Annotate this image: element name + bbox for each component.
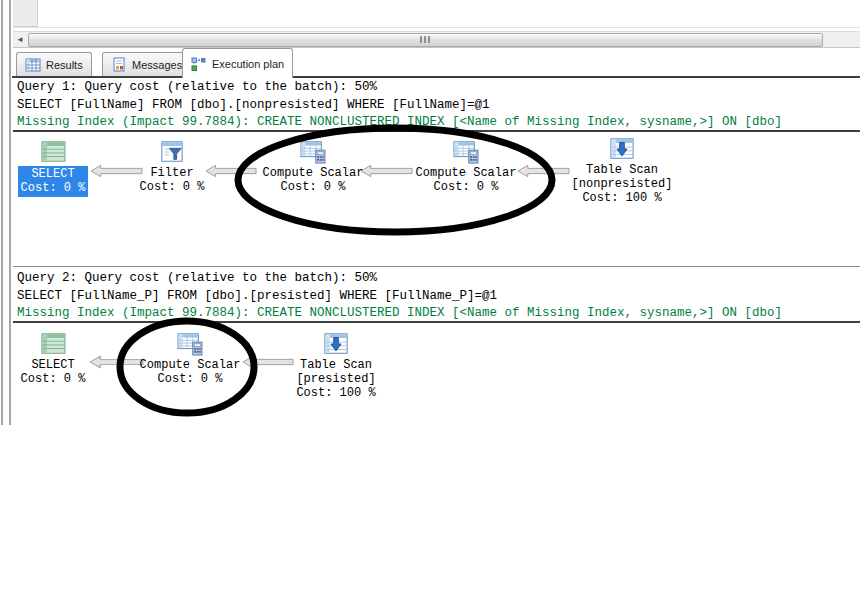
- results-grid-corner: [13, 0, 38, 27]
- operator-name: Table Scan: [261, 358, 411, 372]
- operator-object: [nonpresisted]: [547, 177, 697, 191]
- query1-header: Query 1: Query cost (relative to the bat…: [17, 80, 377, 94]
- results-grid-icon: [25, 57, 41, 73]
- query1-sql: SELECT [FullName] FROM [dbo].[nonpresist…: [17, 98, 490, 112]
- operator-cost: Cost: 0 %: [18, 181, 88, 195]
- results-grid-edge: [13, 27, 860, 28]
- tab-execution-plan[interactable]: Execution plan: [182, 48, 293, 78]
- scrollbar-bottom-edge: [13, 47, 860, 48]
- messages-icon: [111, 57, 127, 73]
- query2-sql: SELECT [FullName_P] FROM [dbo].[presiste…: [17, 289, 497, 303]
- compute-scalar-icon: [451, 140, 481, 164]
- operator-cost: Cost: 0 %: [0, 372, 128, 386]
- scrollbar-grip-icon: [428, 36, 430, 43]
- select-result-icon: [38, 332, 68, 356]
- operator-cost: Cost: 0 %: [238, 180, 388, 194]
- section-separator: [13, 321, 860, 323]
- operator-cost: Cost: 100 %: [547, 191, 697, 205]
- execution-plan-icon: [191, 56, 207, 72]
- horizontal-scrollbar-thumb[interactable]: [28, 33, 823, 47]
- plan1-node-table-scan[interactable]: Table Scan [nonpresisted] Cost: 100 %: [547, 137, 697, 205]
- operator-cost: Cost: 100 %: [261, 386, 411, 400]
- tab-messages[interactable]: Messages: [102, 52, 191, 77]
- operator-cost: Cost: 0 %: [391, 180, 541, 194]
- selected-node-label: SELECT Cost: 0 %: [18, 166, 88, 197]
- compute-scalar-icon: [298, 140, 328, 164]
- select-result-icon: [38, 140, 68, 164]
- tab-label: Results: [46, 59, 83, 71]
- horizontal-scrollbar[interactable]: ◄: [13, 31, 860, 47]
- section-separator: [13, 130, 860, 132]
- query1-missing-index[interactable]: Missing Index (Impact 99.7884): CREATE N…: [17, 115, 782, 129]
- operator-object: [presisted]: [261, 372, 411, 386]
- tab-results[interactable]: Results: [16, 52, 92, 77]
- tab-label: Messages: [132, 59, 182, 71]
- operator-name: Table Scan: [547, 163, 697, 177]
- compute-scalar-icon: [175, 332, 205, 356]
- tab-label: Execution plan: [212, 58, 284, 70]
- query2-missing-index[interactable]: Missing Index (Impact 99.7884): CREATE N…: [17, 306, 782, 320]
- ssms-results-panel: ◄ Results Messages Execution plan Query …: [0, 0, 860, 614]
- table-scan-icon: [607, 137, 637, 161]
- table-scan-icon: [321, 332, 351, 356]
- query2-header: Query 2: Query cost (relative to the bat…: [17, 271, 377, 285]
- scrollbar-grip-icon: [424, 36, 426, 43]
- pane-top-border: [12, 76, 860, 78]
- plan2-node-table-scan[interactable]: Table Scan [presisted] Cost: 100 %: [261, 332, 411, 400]
- scrollbar-grip-icon: [420, 36, 422, 43]
- scroll-left-arrow-icon[interactable]: ◄: [13, 32, 27, 47]
- operator-cost: Cost: 0 %: [115, 372, 265, 386]
- section-separator: [13, 266, 860, 267]
- operator-name: SELECT: [18, 167, 88, 181]
- filter-icon: [157, 140, 187, 164]
- operator-cost: Cost: 0 %: [97, 180, 247, 194]
